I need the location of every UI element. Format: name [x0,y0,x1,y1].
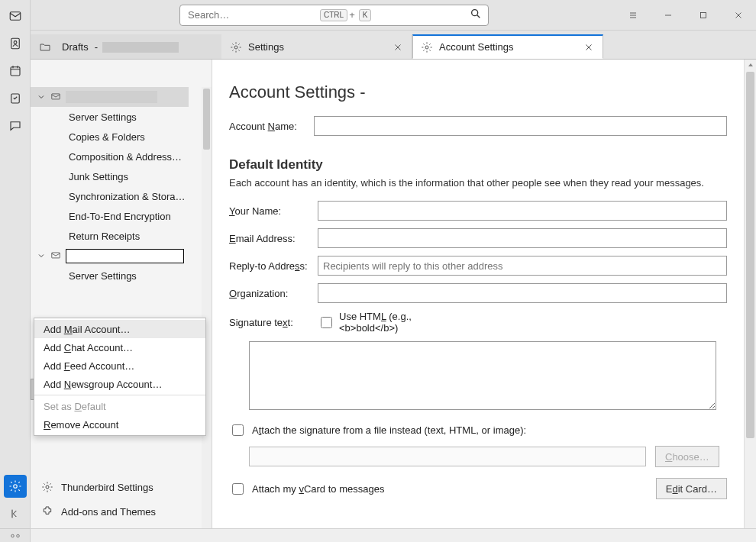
svg-point-10 [234,46,237,49]
sidebar-item-sync-storage[interactable]: Synchronization & Stora… [31,186,189,206]
edit-card-button[interactable]: Edit Card… [656,478,727,499]
svg-point-8 [472,10,478,16]
chevron-down-icon [37,92,46,102]
content-pane: Account Settings - Account Name:Account … [212,60,744,528]
mailserver-icon [50,92,61,102]
svg-rect-9 [701,12,706,18]
sync-indicator [0,528,30,542]
replyto-input[interactable] [318,256,727,276]
app-menu-button[interactable] [615,0,651,31]
window-minimize[interactable] [651,0,686,31]
default-identity-heading: Default Identity [229,157,727,173]
sidebar-scrollbar[interactable] [202,87,212,528]
attach-file-label: Attach the signature from a file instead… [252,424,526,436]
content-scrollbar[interactable] [744,60,756,528]
sidebar-item-server-settings-2[interactable]: Server Settings [31,266,189,286]
tab-account-settings-close[interactable] [583,41,595,53]
redacted-account [102,42,179,53]
sidebar-item-copies-folders[interactable]: Copies & Folders [31,127,189,147]
mail-space[interactable] [4,5,27,27]
signature-textarea[interactable] [249,341,716,410]
tab-drafts[interactable]: Drafts - [31,34,221,59]
folder-icon [39,41,51,53]
svg-point-5 [13,485,17,489]
menu-add-newsgroup-account[interactable]: Add Newsgroup Account…Add Newsgroup Acco… [34,375,205,393]
window-maximize[interactable] [686,0,721,31]
tab-strip: Drafts - Settings Account Settings [31,31,756,60]
collapse-spaces[interactable] [4,502,27,525]
account-2-name-editbox[interactable] [66,249,184,263]
menu-remove-account[interactable]: Remove AccountRemove Account [34,415,205,434]
hamburger-icon [628,11,638,20]
settings-sidebar: Server Settings Copies & Folders Composi… [31,60,212,528]
attach-vcard-checkbox[interactable] [232,483,244,495]
tab-settings[interactable]: Settings [221,34,412,59]
menu-add-mail-account[interactable]: Add Mail Account…Add Mail Account… [34,320,205,338]
close-icon [734,11,743,20]
account-2-header[interactable] [31,246,189,266]
tab-settings-label: Settings [248,41,284,53]
chat-space[interactable] [4,115,27,137]
org-label: Organization: [229,288,318,299]
svg-point-11 [425,46,428,49]
email-label: Email Address: [229,233,318,244]
tab-drafts-label: Drafts [62,41,89,53]
sidebar-item-junk[interactable]: Junk Settings [31,166,189,186]
sidebar-item-e2e[interactable]: End-To-End Encryption [31,206,189,226]
account-actions-menu: Add Mail Account…Add Mail Account… Add C… [34,318,206,436]
replyto-label: Reply-to Address: [229,260,318,272]
tasks-icon [8,92,22,105]
svg-point-6 [11,534,14,537]
addressbook-icon [8,37,22,50]
account-name-input[interactable] [314,116,727,136]
svg-rect-0 [10,12,21,21]
sidebar-item-return-receipts[interactable]: Return Receipts [31,226,189,246]
addons-label: Add-ons and Themes [61,506,156,518]
tasks-space[interactable] [4,87,27,110]
spaces-toolbar [0,0,31,542]
chevron-down-icon [37,251,46,260]
kbd-k: K [359,9,372,21]
sidebar-item-composition[interactable]: Composition & Address… [31,147,189,166]
your-name-input[interactable] [318,201,727,221]
thunderbird-settings-label: Thunderbird Settings [61,482,153,493]
sidebar-addons[interactable]: Add-ons and Themes [31,499,202,524]
tab-account-settings[interactable]: Account Settings [412,34,603,59]
svg-point-2 [14,41,17,44]
window-close[interactable] [721,0,756,31]
search-input[interactable] [186,8,318,21]
sidebar-item-server-settings[interactable]: Server Settings [31,107,189,127]
account-name-label: Account Name: [229,121,314,132]
sidebar-thunderbird-settings[interactable]: Thunderbird Settings [31,475,202,499]
page-title: Account Settings - [229,82,727,102]
settings-space[interactable] [4,475,27,498]
account-1-header[interactable] [31,87,189,107]
chat-icon [8,119,22,133]
use-html-checkbox[interactable] [321,317,332,328]
mailserver-icon [50,250,61,261]
title-bar: CTRL + K [0,0,756,31]
menu-add-feed-account[interactable]: Add Feed Account…Add Feed Account… [34,356,205,375]
svg-point-14 [46,486,49,489]
kbd-plus: + [349,9,355,21]
svg-rect-12 [52,94,60,99]
signature-file-input [249,447,646,466]
default-identity-desc: Each account has an identity, which is t… [229,177,727,189]
calendar-space[interactable] [4,60,27,82]
attach-file-checkbox[interactable] [232,424,244,436]
kbd-ctrl: CTRL [320,9,347,21]
minimize-icon [664,11,673,20]
maximize-icon [699,11,708,20]
org-input[interactable] [318,283,727,303]
menu-add-chat-account[interactable]: Add Chat Account…Add Chat Account… [34,338,205,356]
search-icon[interactable] [470,8,482,22]
gear-icon [421,41,433,53]
addressbook-space[interactable] [4,32,27,55]
tab-settings-close[interactable] [392,41,404,53]
svg-point-7 [16,534,19,537]
scrollbar-thumb[interactable] [746,72,754,438]
addon-icon [41,505,53,518]
global-search[interactable]: CTRL + K [179,5,489,26]
mail-icon [8,9,22,23]
email-input[interactable] [318,228,727,248]
